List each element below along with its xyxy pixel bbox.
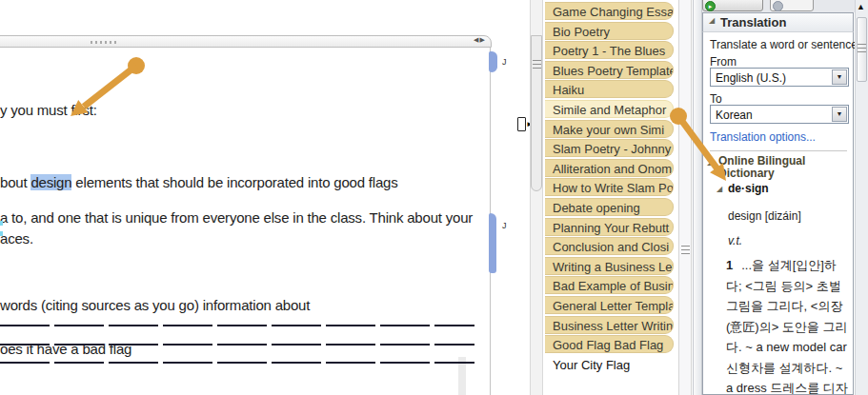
author-initial: J <box>502 57 507 67</box>
translation-subtitle: Translate a word or sentence. <box>710 38 860 51</box>
scrollbar-grip-icon[interactable] <box>681 246 690 256</box>
translation-title: Translation <box>720 15 786 30</box>
document-window-titlebar[interactable] <box>0 35 492 48</box>
start-search-icon: ▸ <box>705 1 716 11</box>
dropdown-arrow-icon[interactable]: ▼ <box>832 69 847 85</box>
dictionary-entry-word: design [dizáin] <box>728 209 801 223</box>
page-tab[interactable]: Good Flag Bad Flag <box>545 335 674 353</box>
write-on-line <box>0 344 474 346</box>
write-on-line <box>0 325 474 326</box>
window-grip-dots-icon[interactable] <box>91 41 118 44</box>
ink-arrow-to-design <box>52 48 157 133</box>
page-tab-list: Game Changing EssayBio PoetryPoetry 1 - … <box>545 2 674 374</box>
scrollbar-grip-icon[interactable] <box>533 60 541 70</box>
page-tab[interactable]: Planning Your Rebutt <box>545 218 674 236</box>
page-tab[interactable]: Business Letter Writin <box>545 316 674 334</box>
page-tab[interactable]: Debate opening <box>545 198 674 216</box>
help-icon <box>773 1 783 11</box>
ink-arrow-to-dictionary <box>662 100 738 190</box>
dropdown-arrow-icon[interactable]: ▼ <box>832 107 847 122</box>
page-tab[interactable]: Bio Poetry <box>545 22 674 40</box>
author-flag-icon <box>489 213 496 273</box>
scroll-up-icon[interactable]: ▲ <box>857 2 865 11</box>
cut-text-fragment <box>0 221 3 226</box>
from-label: From <box>710 55 737 69</box>
definition-text: ...을 설계[입안]하다; <그림 등의> 초벌 그림을 그리다, <의장(意… <box>726 258 848 395</box>
window-nav-arrows-icon[interactable]: ◀▶ <box>474 36 486 44</box>
page-tab[interactable]: General Letter Templa <box>545 296 674 314</box>
text-cursor-icon <box>517 117 526 131</box>
dictionary-definition: 1...을 설계[입안]하다; <그림 등의> 초벌 그림을 그리다, <의장(… <box>726 255 852 395</box>
page-tab[interactable]: Make your own Simi <box>545 120 674 138</box>
page-tab[interactable]: Slam Poetry - Johnny <box>545 139 674 157</box>
part-of-speech: v.t. <box>728 234 742 247</box>
page-tab[interactable]: Game Changing Essay <box>545 2 674 20</box>
collapse-triangle-icon[interactable]: ◢ <box>709 16 715 25</box>
pane-splitter[interactable] <box>693 0 702 395</box>
doc-line-design: bout design elements that should be inco… <box>0 174 398 190</box>
page-tab[interactable]: Bad Example of Busin <box>545 276 674 294</box>
doc-text-before: bout <box>0 174 30 190</box>
from-language-value: English (U.S.) <box>716 71 786 85</box>
page-tab[interactable]: Simile and Metaphor <box>545 100 674 118</box>
page-tab[interactable]: How to Write Slam Po <box>545 178 674 196</box>
from-language-select[interactable]: English (U.S.) ▼ <box>710 68 849 87</box>
page-tab[interactable]: Conclusion and Closi <box>545 237 674 255</box>
page-tab[interactable]: Your City Flag <box>545 355 674 373</box>
scrollbar-grip-icon[interactable] <box>858 44 866 54</box>
page-tabs-scrollbar[interactable] <box>678 0 692 395</box>
write-on-line <box>0 362 474 364</box>
doc-text-after: elements that should be incorporated int… <box>71 174 397 190</box>
page-tab[interactable]: Writing a Business Let <box>545 257 674 275</box>
doc-line-words: words (citing sources as you go) informa… <box>0 297 310 313</box>
sense-number: 1 <box>726 258 733 272</box>
author-initial: J <box>502 221 507 230</box>
page-tab[interactable]: Blues Poetry Template <box>545 61 674 79</box>
cut-text-fragment <box>0 231 3 236</box>
page-tab[interactable]: Haiku <box>545 80 674 98</box>
author-flag-icon <box>489 51 497 72</box>
doc-line-aces: aces. <box>0 230 33 247</box>
page-tab[interactable]: Poetry 1 - The Blues <box>545 41 674 59</box>
onenote-workspace: ◀▶ y you must first: bout design element… <box>0 0 868 395</box>
doc-line-unique: a to, and one that is unique from everyo… <box>0 209 473 226</box>
selected-word[interactable]: design <box>30 174 71 190</box>
page-tab[interactable]: Alliteration and Onom <box>545 159 674 177</box>
document-scrollbar-thumb[interactable] <box>531 35 542 191</box>
